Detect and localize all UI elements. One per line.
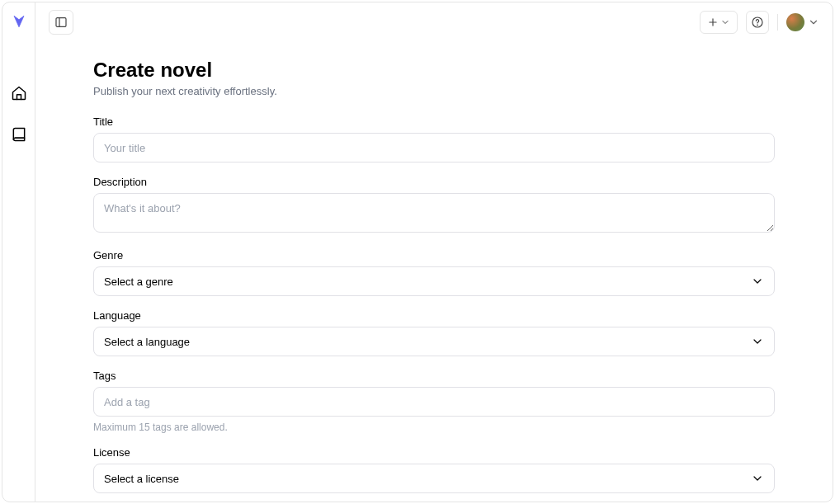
new-button[interactable] bbox=[700, 11, 738, 34]
chevron-down-icon bbox=[751, 275, 764, 288]
logo-icon[interactable] bbox=[12, 14, 26, 29]
avatar bbox=[786, 13, 804, 31]
tags-helper: Maximum 15 tags are allowed. bbox=[93, 422, 775, 433]
description-label: Description bbox=[93, 176, 775, 188]
title-label: Title bbox=[93, 115, 775, 128]
help-icon[interactable] bbox=[746, 11, 769, 34]
chevron-down-icon bbox=[808, 16, 819, 28]
svg-point-5 bbox=[757, 25, 758, 26]
page-title: Create novel bbox=[93, 59, 775, 82]
license-select[interactable]: Select a license bbox=[93, 464, 775, 493]
chevron-down-icon bbox=[751, 472, 764, 485]
user-menu[interactable] bbox=[786, 13, 819, 31]
page-subtitle: Publish your next creativity effortlessl… bbox=[93, 85, 775, 97]
topbar bbox=[35, 2, 833, 42]
chevron-down-icon bbox=[751, 335, 764, 348]
genre-select[interactable]: Select a genre bbox=[93, 266, 775, 296]
home-icon[interactable] bbox=[6, 80, 32, 106]
title-input[interactable] bbox=[93, 133, 775, 163]
license-label: License bbox=[93, 446, 775, 459]
panel-toggle-icon[interactable] bbox=[49, 10, 73, 35]
svg-rect-0 bbox=[56, 18, 66, 27]
language-label: Language bbox=[93, 309, 775, 322]
language-select[interactable]: Select a language bbox=[93, 327, 775, 356]
book-icon[interactable] bbox=[6, 121, 32, 148]
genre-label: Genre bbox=[93, 249, 775, 261]
description-input[interactable] bbox=[93, 193, 775, 233]
tags-label: Tags bbox=[93, 370, 775, 382]
chevron-down-icon bbox=[720, 17, 730, 27]
divider bbox=[777, 14, 778, 31]
genre-selected: Select a genre bbox=[104, 276, 173, 288]
tags-input[interactable] bbox=[93, 387, 775, 417]
sidebar bbox=[2, 2, 35, 502]
language-selected: Select a language bbox=[104, 336, 190, 348]
license-selected: Select a license bbox=[104, 473, 179, 485]
